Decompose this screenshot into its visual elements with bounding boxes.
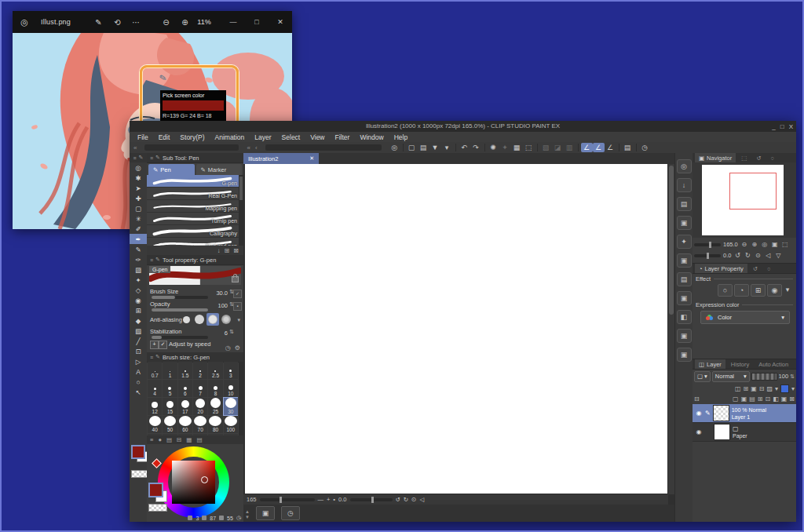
layer-visibility-icon[interactable]: ◉ — [695, 428, 703, 435]
panel-menu-icon[interactable]: ≡ — [150, 155, 153, 161]
size-cell[interactable]: 1 — [163, 362, 177, 379]
apply-mask-icon[interactable]: ▣ — [781, 395, 788, 403]
tone-effect-icon[interactable]: ◔ — [734, 284, 749, 297]
brush-item-real-gpen[interactable]: Real G-Pen — [147, 188, 243, 200]
materials-color-pattern-icon[interactable]: ▤ — [677, 197, 692, 211]
panel-menu-icon[interactable]: ≡ — [150, 257, 153, 263]
paper-thumbnail[interactable] — [714, 424, 730, 440]
layer-name[interactable]: Layer 1 — [732, 414, 766, 421]
navigator-dock-icon[interactable]: ◎ — [677, 159, 692, 173]
lock-transparent-pixels-icon[interactable]: ▣ — [751, 385, 757, 392]
page-settings-button[interactable]: ◷ — [281, 506, 300, 520]
navigator-view-rectangle[interactable] — [729, 173, 776, 210]
canvas-rotation-slider[interactable] — [350, 498, 393, 501]
size-cell[interactable]: 3 — [224, 362, 238, 379]
aa-weak-option[interactable] — [193, 313, 206, 326]
size-cell[interactable]: 17 — [178, 398, 192, 415]
layer-opacity-value[interactable]: 100 — [779, 373, 789, 380]
transfer-to-lower-layer-icon[interactable]: ⊞ — [758, 395, 763, 403]
layer-color-chip[interactable] — [780, 384, 789, 393]
size-cell[interactable]: 2.5 — [208, 362, 222, 379]
frame-border-tool[interactable]: ⊡ — [130, 346, 147, 356]
size-cell[interactable]: 40 — [148, 416, 162, 433]
deselect-area-icon[interactable]: ▥ — [564, 143, 576, 152]
menu-file[interactable]: File — [137, 133, 148, 141]
shortcut-settings-icon[interactable]: ◷ — [639, 143, 651, 152]
ruler-tool[interactable]: ↖ — [130, 387, 147, 397]
tab-animation-icon[interactable]: ○ — [763, 264, 775, 273]
deselect-icon[interactable]: ✦ — [499, 143, 511, 152]
reset-rotation-icon[interactable]: ⊙ — [411, 496, 416, 503]
reference-layer-dropdown-icon[interactable]: ▾ — [775, 385, 778, 392]
airbrush-tool[interactable]: ▨ — [130, 264, 147, 275]
material-icon[interactable]: ▦ — [511, 143, 523, 152]
decoration-tool[interactable]: ✦ — [130, 275, 147, 285]
gradient-tool[interactable]: ▧ — [130, 326, 147, 336]
tonal-correction-icon[interactable]: ✺ — [488, 143, 499, 152]
layer-opacity-slider[interactable] — [751, 373, 777, 381]
balloon-tool[interactable]: ○ — [130, 377, 147, 387]
tab-search-layer-icon[interactable]: ↺ — [749, 264, 762, 273]
save-dropdown-icon[interactable]: ▾ — [441, 143, 453, 152]
stabilization-value[interactable]: 6 — [225, 330, 228, 337]
expand-setting-icon[interactable]: + — [150, 341, 159, 349]
undo-icon[interactable]: ↶ — [459, 143, 470, 152]
document-tab[interactable]: Illustration2 ✕ — [243, 153, 319, 164]
import-dock-icon[interactable]: ↓ — [677, 178, 692, 192]
foreground-color-swatch[interactable] — [131, 445, 145, 459]
size-cell[interactable]: 5 — [163, 380, 177, 397]
menu-story[interactable]: Story(P) — [180, 133, 204, 141]
rotate-cw-icon[interactable]: ↻ — [404, 496, 408, 503]
liquify-tool[interactable]: ⊞ — [130, 305, 147, 315]
document-tab-close-icon[interactable]: ✕ — [309, 155, 314, 162]
layer-visibility-icon[interactable]: ◉ — [695, 410, 703, 417]
brush-size-value[interactable]: 30.0 — [216, 290, 228, 297]
size-cell[interactable]: 4 — [148, 380, 162, 397]
materials-favorites-icon[interactable]: ◧ — [677, 310, 692, 324]
snap-to-grid-icon[interactable]: ∠ — [605, 143, 616, 152]
delete-subtool-icon[interactable]: ⊠ — [233, 247, 239, 254]
eraser-tool[interactable]: ◇ — [130, 285, 147, 295]
size-cell[interactable]: 25 — [208, 398, 222, 415]
footer-icon[interactable]: ▦ — [186, 436, 192, 443]
opacity-value[interactable]: 100 — [217, 302, 228, 309]
reset-all-settings-icon[interactable]: ◷ — [225, 344, 231, 352]
canvas-zoom-value[interactable]: 165 — [247, 496, 257, 503]
size-cell[interactable]: 1.5 — [178, 362, 192, 379]
size-cell[interactable]: 15 — [163, 398, 177, 415]
subtool-detail-icon[interactable]: ⚙ — [235, 344, 240, 352]
tab-pen[interactable]: ✎ Pen — [148, 164, 195, 175]
layer-color-dropdown-icon[interactable]: ▾ — [791, 385, 795, 392]
tab-information-icon[interactable]: ○ — [767, 153, 779, 162]
flip-horizontal-icon[interactable]: ◁ — [419, 496, 424, 503]
csp-maximize-button[interactable]: □ — [780, 123, 784, 130]
footer-icon[interactable]: ▤ — [166, 436, 172, 443]
navigator-rotation-value[interactable]: 0.0 — [723, 252, 731, 259]
csp-close-button[interactable]: X — [789, 123, 793, 130]
opacity-slider[interactable] — [152, 308, 208, 312]
menu-edit[interactable]: Edit — [159, 133, 170, 141]
palette-color-combo[interactable]: ▢ ▾ — [694, 371, 711, 382]
size-cell[interactable]: 6 — [178, 380, 192, 397]
tab-layer-property[interactable]: ◔ Layer Property — [695, 264, 747, 273]
sv-selector[interactable] — [201, 476, 208, 483]
edit-image-icon[interactable]: ✎ — [89, 18, 108, 27]
materials-search-icon[interactable]: ▣ — [677, 348, 692, 362]
wheel-transparent-swatch[interactable] — [148, 504, 167, 512]
move-tool[interactable]: ✚ — [130, 193, 147, 203]
panel-menu-icon[interactable]: ≡ — [133, 155, 137, 161]
materials-manga-icon[interactable]: ✦ — [677, 235, 692, 249]
snap-to-special-ruler-icon[interactable]: ∠ — [593, 143, 605, 152]
pen-tool[interactable]: ✒ — [130, 234, 147, 244]
text-tool[interactable]: A — [130, 366, 147, 377]
menu-help[interactable]: Help — [394, 133, 407, 141]
materials-downloads-icon[interactable]: ▣ — [677, 291, 692, 305]
size-cell[interactable]: 50 — [163, 416, 177, 433]
footer-icon[interactable]: ⊟ — [177, 436, 181, 443]
tab-auto-action[interactable]: Auto Action — [755, 359, 792, 369]
display-dot-icon[interactable]: ● — [158, 436, 162, 443]
size-cell[interactable]: 0.7 — [148, 362, 162, 379]
menu-window[interactable]: Window — [360, 133, 383, 141]
select-area-icon[interactable]: ▧ — [540, 143, 552, 152]
layer-row-paper[interactable]: ◉ ▢ Paper — [693, 423, 796, 442]
